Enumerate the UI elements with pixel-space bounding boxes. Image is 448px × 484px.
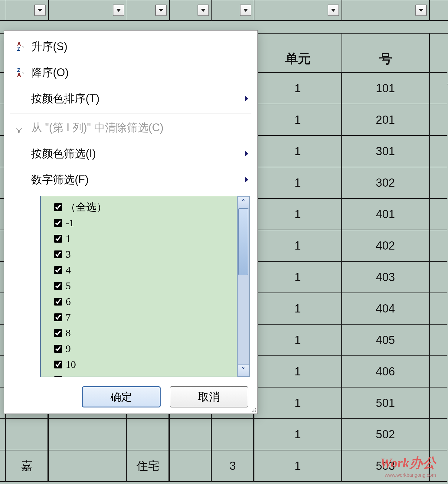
resize-grip-icon[interactable] [251,407,256,412]
ok-button[interactable]: 确定 [82,386,161,407]
cell[interactable] [6,418,48,450]
filter-button-col4[interactable] [198,5,209,16]
filter-value-checkbox[interactable] [54,282,62,290]
cell[interactable]: 1 [254,355,342,388]
filter-value-checkbox[interactable] [54,250,62,258]
cell[interactable] [429,230,447,262]
cell[interactable] [429,72,447,104]
cell[interactable]: 502 [342,418,429,450]
scroll-up-button[interactable]: ˄ [237,196,249,208]
cell[interactable]: 1 [254,167,342,199]
cell[interactable]: 404 [342,293,429,325]
filter-button-col7[interactable] [415,5,427,16]
cell[interactable]: 301 [342,135,429,167]
cell[interactable]: 501 [342,387,429,419]
filter-cell-2 [48,0,127,21]
cell[interactable]: 1 [254,72,342,104]
cell[interactable] [0,418,6,450]
cell[interactable] [429,261,447,293]
filter-value-item[interactable]: 11 [53,372,235,377]
filter-value-checkbox[interactable] [54,361,62,368]
cell[interactable]: 1 [254,387,342,419]
filter-value-checkbox[interactable] [54,235,62,243]
scroll-track[interactable] [237,208,249,365]
cell[interactable]: 302 [342,167,429,199]
filter-value-checkbox[interactable] [54,203,62,211]
scrollbar[interactable]: ˄ ˅ [237,196,249,377]
cell[interactable]: 101 [342,72,429,104]
dropdown-arrow-icon [419,9,423,12]
cell[interactable]: 1 [254,418,342,450]
cell[interactable]: 嘉 [6,450,48,482]
cell[interactable]: 403 [342,261,429,293]
submenu-arrow-icon [245,96,248,102]
filter-button-col1[interactable] [34,5,46,16]
cell[interactable]: 1 [254,450,342,482]
filter-value-item[interactable]: 1 [53,231,235,247]
cell[interactable] [429,324,447,356]
cell[interactable] [429,387,447,419]
filter-values-list[interactable]: （全选）-1134567891011 [41,196,237,377]
cell[interactable] [429,355,447,388]
scroll-thumb[interactable] [238,208,248,275]
filter-value-item[interactable]: -1 [53,215,235,231]
cell[interactable] [48,450,127,482]
cell[interactable] [429,198,447,230]
number-filter[interactable]: 数字筛选(F) [4,167,257,193]
scroll-down-button[interactable]: ˅ [237,365,249,377]
cell[interactable]: 1 [254,324,342,356]
cell[interactable]: 1 [254,135,342,167]
filter-values-panel: （全选）-1134567891011 ˄ ˅ [40,196,250,377]
cell[interactable]: 1 [254,293,342,325]
cell[interactable]: 住宅 [127,450,169,482]
filter-by-color[interactable]: 按颜色筛选(I) [4,141,257,167]
filter-button-col3[interactable] [155,5,167,16]
cell[interactable] [429,104,447,136]
cell[interactable]: 406 [342,355,429,388]
cell[interactable]: 1 [254,198,342,230]
cell[interactable] [211,418,254,450]
cell[interactable] [0,450,6,482]
filter-value-item[interactable]: 9 [53,341,235,357]
cell[interactable]: 1 [254,104,342,136]
cell[interactable]: 201 [342,104,429,136]
cell[interactable] [169,450,211,482]
sort-ascending[interactable]: AZ↓ 升序(S) [4,34,257,60]
cell[interactable] [429,418,447,450]
cell[interactable]: 402 [342,230,429,262]
cell[interactable] [127,418,169,450]
filter-button-col2[interactable] [113,5,124,16]
filter-value-item[interactable]: （全选） [53,199,235,215]
filter-value-item[interactable]: 3 [53,247,235,262]
sort-descending[interactable]: ZA↓ 降序(O) [4,60,257,86]
filter-value-item[interactable]: 6 [53,294,235,309]
filter-value-checkbox[interactable] [54,266,62,274]
cell[interactable] [429,293,447,325]
filter-value-checkbox[interactable] [54,345,62,353]
filter-value-checkbox[interactable] [54,219,62,227]
filter-value-item[interactable]: 4 [53,262,235,278]
filter-value-checkbox[interactable] [54,298,62,306]
cancel-button[interactable]: 取消 [170,386,248,407]
filter-value-item[interactable]: 8 [53,325,235,341]
cell[interactable]: 405 [342,324,429,356]
filter-button-col5[interactable] [240,5,251,16]
cell[interactable] [429,167,447,199]
cell[interactable]: 3 [211,450,254,482]
filter-value-item[interactable]: 5 [53,278,235,294]
dropdown-arrow-icon [243,9,248,12]
filter-value-checkbox[interactable] [54,329,62,337]
filter-value-item[interactable]: 10 [53,357,235,372]
filter-value-checkbox[interactable] [54,376,62,377]
sort-by-color[interactable]: 按颜色排序(T) [4,86,257,112]
filter-button-col6[interactable] [328,5,339,16]
cell[interactable] [429,135,447,167]
cell[interactable]: 1 [254,261,342,293]
cell[interactable] [169,418,211,450]
cell[interactable] [48,418,127,450]
filter-value-checkbox[interactable] [54,313,62,321]
filter-value-item[interactable]: 7 [53,309,235,325]
dropdown-arrow-icon [116,9,121,12]
cell[interactable]: 401 [342,198,429,230]
cell[interactable]: 1 [254,230,342,262]
